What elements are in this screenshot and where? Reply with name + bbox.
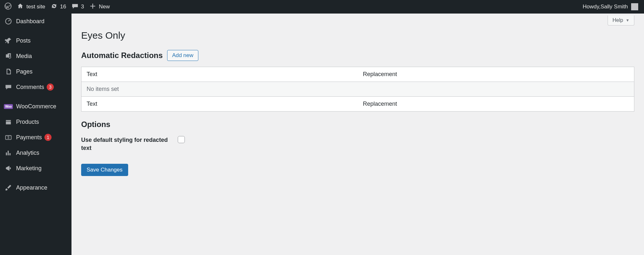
sidebar-item-label: Analytics xyxy=(16,150,39,156)
sidebar-item-label: Media xyxy=(16,53,32,60)
admin-bar-right: Howdy, Sally Smith xyxy=(580,0,641,14)
updates-link[interactable]: 16 xyxy=(48,0,69,14)
sidebar-item-comments[interactable]: Comments 3 xyxy=(0,79,71,95)
products-icon xyxy=(5,118,12,126)
add-new-button[interactable]: Add new xyxy=(167,50,198,61)
admin-sidebar: Dashboard Posts Media Pages Comments 3 W… xyxy=(0,14,71,255)
svg-text:$: $ xyxy=(7,135,9,139)
comments-count: 3 xyxy=(81,4,84,10)
analytics-icon xyxy=(5,149,12,157)
comments-link[interactable]: 3 xyxy=(69,0,87,14)
updates-count: 16 xyxy=(60,4,66,10)
section-title-redactions: Automatic Redactions xyxy=(81,51,163,60)
sidebar-item-posts[interactable]: Posts xyxy=(0,33,71,48)
col-replacement-header[interactable]: Replacement xyxy=(358,67,634,82)
table-footer-row: Text Replacement xyxy=(81,97,634,112)
main-content: Help ▼ Eyes Only Automatic Redactions Ad… xyxy=(71,14,644,255)
payments-icon: $ xyxy=(5,133,12,141)
sidebar-item-label: WooCommerce xyxy=(16,103,56,110)
sidebar-item-label: Marketing xyxy=(16,165,42,172)
brush-icon xyxy=(5,184,12,191)
sidebar-item-label: Dashboard xyxy=(16,18,44,25)
sidebar-item-label: Products xyxy=(16,119,39,125)
comments-badge: 3 xyxy=(47,83,54,91)
sidebar-separator xyxy=(0,29,71,33)
option-row-default-styling: Use default styling for redacted text xyxy=(81,129,634,164)
wordpress-icon xyxy=(5,3,12,11)
table-header-row: Text Replacement xyxy=(81,67,634,82)
payments-badge: 1 xyxy=(44,134,52,141)
updates-icon xyxy=(51,3,58,11)
site-name-link[interactable]: test site xyxy=(14,0,48,14)
sidebar-item-products[interactable]: Products xyxy=(0,114,71,130)
sidebar-item-marketing[interactable]: Marketing xyxy=(0,161,71,176)
howdy-prefix: Howdy, xyxy=(583,4,601,10)
sidebar-item-label: Payments xyxy=(16,134,42,141)
table-row-empty: No items set xyxy=(81,82,634,97)
megaphone-icon xyxy=(5,164,12,172)
sidebar-item-pages[interactable]: Pages xyxy=(0,64,71,79)
col-replacement-footer[interactable]: Replacement xyxy=(358,97,634,112)
sidebar-separator xyxy=(0,95,71,99)
sidebar-item-dashboard[interactable]: Dashboard xyxy=(0,14,71,29)
media-icon xyxy=(5,52,12,60)
pin-icon xyxy=(5,37,12,44)
help-tab[interactable]: Help ▼ xyxy=(608,15,634,25)
section-title-options: Options xyxy=(81,120,634,129)
page-title: Eyes Only xyxy=(81,30,634,41)
sidebar-item-payments[interactable]: $ Payments 1 xyxy=(0,130,71,145)
new-content-link[interactable]: New xyxy=(87,0,112,14)
wp-logo-link[interactable] xyxy=(2,0,14,14)
sidebar-separator xyxy=(0,176,71,180)
plus-icon xyxy=(89,3,96,11)
col-text-header[interactable]: Text xyxy=(81,67,358,82)
section-header-redactions: Automatic Redactions Add new xyxy=(81,50,634,61)
screen-meta: Help ▼ xyxy=(81,15,634,25)
admin-bar: test site 16 3 New Howdy, Sally Smith xyxy=(0,0,644,14)
redactions-table: Text Replacement No items set Text Repla… xyxy=(81,67,634,112)
home-icon xyxy=(17,3,24,11)
sidebar-item-analytics[interactable]: Analytics xyxy=(0,145,71,161)
admin-bar-left: test site 16 3 New xyxy=(2,0,112,14)
site-name-text: test site xyxy=(26,4,45,10)
option-field-default-styling xyxy=(178,136,634,145)
comment-icon xyxy=(71,3,79,11)
empty-text: No items set xyxy=(81,82,634,97)
default-styling-checkbox[interactable] xyxy=(178,136,185,143)
save-changes-button[interactable]: Save Changes xyxy=(81,164,128,176)
help-label: Help xyxy=(612,17,623,23)
sidebar-item-label: Comments xyxy=(16,84,44,91)
sidebar-item-label: Pages xyxy=(16,68,33,75)
dashboard-icon xyxy=(5,17,12,25)
sidebar-item-label: Posts xyxy=(16,37,31,44)
user-name: Sally Smith xyxy=(601,4,628,10)
woocommerce-icon: Woo xyxy=(5,103,12,110)
sidebar-list: Dashboard Posts Media Pages Comments 3 W… xyxy=(0,14,71,195)
sidebar-item-appearance[interactable]: Appearance xyxy=(0,180,71,195)
chevron-down-icon: ▼ xyxy=(626,18,630,23)
comment-icon xyxy=(5,83,12,91)
new-label: New xyxy=(99,4,110,10)
sidebar-item-label: Appearance xyxy=(16,184,47,191)
col-text-footer[interactable]: Text xyxy=(81,97,358,112)
user-account-link[interactable]: Howdy, Sally Smith xyxy=(580,0,641,14)
option-label-default-styling: Use default styling for redacted text xyxy=(81,136,178,152)
avatar xyxy=(631,3,638,10)
sidebar-item-media[interactable]: Media xyxy=(0,48,71,64)
sidebar-item-woocommerce[interactable]: Woo WooCommerce xyxy=(0,99,71,114)
pages-icon xyxy=(5,68,12,75)
